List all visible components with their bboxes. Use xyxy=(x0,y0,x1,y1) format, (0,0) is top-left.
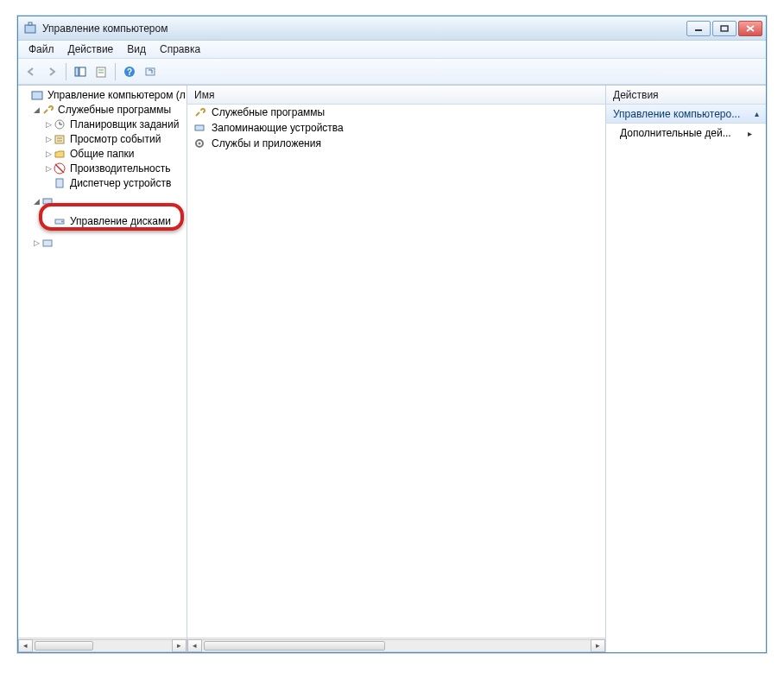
tree-device-manager[interactable]: Диспетчер устройств xyxy=(18,175,187,190)
collapse-icon[interactable]: ◢ xyxy=(32,197,41,206)
device-icon xyxy=(53,176,66,190)
menu-action[interactable]: Действие xyxy=(61,41,121,57)
svg-rect-6 xyxy=(75,67,79,76)
tools-icon xyxy=(41,103,54,117)
tree-label: Производительность xyxy=(70,162,170,175)
scroll-track[interactable] xyxy=(202,639,591,652)
chevron-right-icon[interactable]: ▸ xyxy=(748,129,752,138)
svg-rect-7 xyxy=(79,67,85,76)
menu-help[interactable]: Справка xyxy=(153,41,207,57)
menu-file[interactable]: Файл xyxy=(22,41,61,57)
scroll-left-icon[interactable]: ◂ xyxy=(18,639,33,652)
back-button[interactable] xyxy=(22,62,41,81)
svg-rect-28 xyxy=(195,125,204,130)
svg-rect-14 xyxy=(32,92,42,99)
tree-h-scrollbar[interactable]: ◂ ▸ xyxy=(18,638,187,652)
svg-rect-18 xyxy=(55,136,64,143)
clock-icon xyxy=(53,117,66,131)
services-icon xyxy=(41,236,54,250)
scroll-right-icon[interactable]: ▸ xyxy=(172,639,187,652)
gear-icon xyxy=(193,137,206,150)
tree-label: Управление компьютером (л xyxy=(47,89,186,101)
tree-performance[interactable]: ▷ Производительность xyxy=(18,161,187,175)
svg-rect-24 xyxy=(43,199,52,204)
list-item-storage[interactable]: Запоминающие устройства xyxy=(187,120,605,136)
show-tree-button[interactable] xyxy=(71,62,90,81)
list-item-utilities[interactable]: Служебные программы xyxy=(187,105,605,120)
actions-group-heading[interactable]: Управление компьютеро... ▴ xyxy=(606,105,766,124)
folder-share-icon xyxy=(53,147,66,161)
tools-icon xyxy=(193,105,206,119)
svg-point-30 xyxy=(199,143,201,145)
app-icon xyxy=(23,22,37,35)
toolbar-separator xyxy=(115,63,116,80)
tree-label: Общие папки xyxy=(70,148,134,160)
maximize-button[interactable] xyxy=(712,21,737,36)
list-label: Запоминающие устройства xyxy=(212,122,344,134)
actions-body xyxy=(606,143,766,652)
content-area: Управление компьютером (л ◢ Служебные пр… xyxy=(18,85,766,652)
tree-label: Планировщик заданий xyxy=(70,118,179,130)
tree-label: Управление дисками xyxy=(70,215,171,227)
forward-button[interactable] xyxy=(42,62,61,81)
list-h-scrollbar[interactable]: ◂ ▸ xyxy=(187,638,605,652)
window-frame: Управление компьютером Файл Действие Вид… xyxy=(17,16,767,653)
svg-rect-0 xyxy=(25,25,35,33)
tree-storage-group[interactable]: ◢ xyxy=(18,194,187,208)
window-controls xyxy=(686,21,762,36)
tree-services-group[interactable]: ▷ xyxy=(18,235,187,250)
collapse-icon[interactable]: ◢ xyxy=(32,105,41,114)
tree-label xyxy=(58,195,60,207)
list-pane: Имя Служебные программы Запоминающие уст… xyxy=(187,86,606,652)
performance-icon xyxy=(53,162,66,175)
tree-disk-management[interactable]: Управление дисками xyxy=(18,213,187,228)
actions-group-label: Управление компьютеро... xyxy=(613,108,740,120)
expand-icon[interactable]: ▷ xyxy=(44,120,53,129)
scroll-thumb[interactable] xyxy=(35,641,93,651)
tree-body: Управление компьютером (л ◢ Служебные пр… xyxy=(18,86,187,638)
actions-title: Действия xyxy=(613,89,659,101)
list-label: Службы и приложения xyxy=(212,137,321,149)
scroll-thumb[interactable] xyxy=(204,641,385,651)
refresh-button[interactable] xyxy=(141,62,160,81)
close-button[interactable] xyxy=(738,21,762,36)
expand-icon[interactable]: ▷ xyxy=(44,135,53,143)
actions-pane: Действия Управление компьютеро... ▴ Допо… xyxy=(606,86,766,652)
tree-pane: Управление компьютером (л ◢ Служебные пр… xyxy=(18,86,187,652)
titlebar[interactable]: Управление компьютером xyxy=(18,16,766,41)
computer-mgmt-icon xyxy=(30,88,44,102)
minimize-button[interactable] xyxy=(686,21,711,36)
tree-task-scheduler[interactable]: ▷ Планировщик заданий xyxy=(18,117,187,131)
list-column-header[interactable]: Имя xyxy=(187,86,605,105)
tree-utilities-group[interactable]: ◢ Служебные программы xyxy=(18,102,187,117)
menu-view[interactable]: Вид xyxy=(120,41,153,57)
tree-event-viewer[interactable]: ▷ Просмотр событий xyxy=(18,131,187,146)
menu-bar: Файл Действие Вид Справка xyxy=(18,41,766,59)
storage-icon xyxy=(41,194,54,208)
scroll-left-icon[interactable]: ◂ xyxy=(187,639,202,652)
scroll-track[interactable] xyxy=(33,639,172,652)
storage-icon xyxy=(193,121,206,135)
toolbar: ? xyxy=(18,59,766,85)
tree-shared-folders[interactable]: ▷ Общие папки xyxy=(18,146,187,161)
column-name: Имя xyxy=(194,89,214,101)
chevron-up-icon[interactable]: ▴ xyxy=(755,109,759,118)
expand-icon[interactable]: ▷ xyxy=(44,164,53,173)
event-log-icon xyxy=(53,132,66,146)
scroll-right-icon[interactable]: ▸ xyxy=(591,639,605,652)
list-item-services[interactable]: Службы и приложения xyxy=(187,136,605,151)
actions-more-label: Дополнительные дей... xyxy=(620,127,731,139)
svg-rect-1 xyxy=(28,22,32,25)
help-button[interactable]: ? xyxy=(120,62,139,81)
svg-rect-23 xyxy=(56,179,63,187)
tree-label: Служебные программы xyxy=(58,104,171,116)
properties-button[interactable] xyxy=(92,62,111,81)
tree-root[interactable]: Управление компьютером (л xyxy=(18,87,187,102)
disk-icon xyxy=(53,214,66,228)
window-title: Управление компьютером xyxy=(42,22,686,35)
actions-more-link[interactable]: Дополнительные дей... ▸ xyxy=(606,124,766,143)
tree-label: Просмотр событий xyxy=(70,133,161,145)
expand-icon[interactable]: ▷ xyxy=(32,238,41,247)
expand-icon[interactable]: ▷ xyxy=(44,149,53,158)
svg-text:?: ? xyxy=(127,67,132,77)
